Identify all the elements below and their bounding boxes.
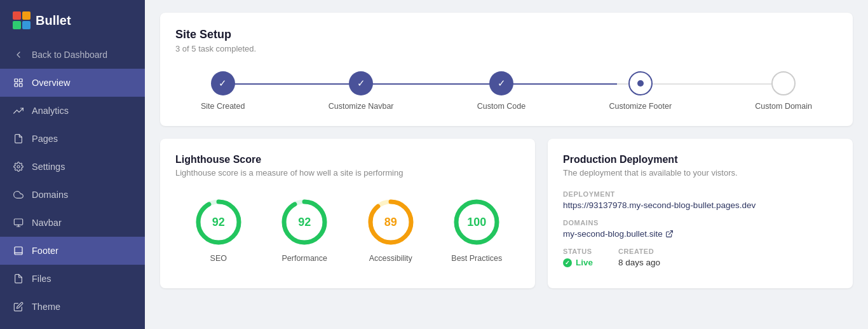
score-best-practices-value: 100 (467, 216, 486, 229)
sidebar-item-navbar-label: Navbar (32, 218, 62, 228)
step-custom-code: ✓ Custom Code (477, 71, 526, 111)
sidebar-item-domains[interactable]: Domains (0, 181, 145, 209)
step-5-circle (771, 71, 796, 95)
sidebar-item-domains-label: Domains (32, 190, 68, 200)
sidebar-item-settings-label: Settings (32, 162, 65, 172)
bottom-row: Lighthouse Score Lighthouse score is a m… (160, 139, 853, 288)
score-performance-circle: 92 (279, 197, 330, 248)
score-performance-label: Performance (281, 254, 327, 263)
domains-section: DOMAINS my-second-blog.bullet.site (563, 219, 837, 239)
files-icon (13, 273, 24, 284)
status-label: STATUS (563, 248, 593, 255)
step-2-label: Customize Navbar (329, 102, 394, 111)
deployment-url: https://93137978.my-second-blog-bullet.p… (563, 200, 837, 210)
svg-rect-2 (13, 21, 21, 29)
lighthouse-subtitle: Lighthouse score is a measure of how wel… (175, 168, 520, 178)
production-card: Production Deployment The deployment tha… (548, 139, 853, 288)
cloud-icon (13, 189, 24, 200)
sidebar-nav: Back to Dashboard Overview Analytics Pag… (0, 41, 145, 329)
score-accessibility-value: 89 (384, 216, 397, 229)
step-3-circle: ✓ (489, 71, 513, 95)
step-3-label: Custom Code (477, 102, 526, 111)
score-seo: 92 SEO (193, 197, 244, 263)
sidebar-item-analytics[interactable]: Analytics (0, 97, 145, 125)
sidebar-item-back-label: Back to Dashboard (32, 50, 107, 60)
svg-point-8 (17, 165, 20, 168)
score-performance-value: 92 (298, 216, 311, 229)
sidebar-item-back[interactable]: Back to Dashboard (0, 41, 145, 69)
score-seo-label: SEO (210, 254, 227, 263)
step-1-label: Site Created (201, 102, 245, 111)
svg-rect-0 (13, 11, 21, 20)
status-dot (563, 258, 572, 267)
score-best-practices-label: Best Practices (451, 254, 502, 263)
status-badge: Live (563, 258, 593, 267)
step-customize-navbar: ✓ Customize Navbar (329, 71, 394, 111)
svg-line-22 (668, 231, 672, 235)
svg-rect-5 (19, 79, 22, 82)
sidebar: Bullet Back to Dashboard Overview Analyt… (0, 0, 145, 329)
sidebar-item-footer[interactable]: Footer (0, 237, 145, 265)
sidebar-item-theme[interactable]: Theme (0, 293, 145, 321)
settings-icon (13, 161, 24, 172)
sidebar-item-files[interactable]: Files (0, 265, 145, 293)
step-1-circle: ✓ (211, 71, 235, 95)
score-accessibility-label: Accessibility (369, 254, 412, 263)
score-accessibility-circle: 89 (365, 197, 416, 248)
sidebar-item-overview[interactable]: Overview (0, 69, 145, 97)
svg-rect-6 (15, 83, 18, 87)
sidebar-item-settings[interactable]: Settings (0, 153, 145, 181)
sidebar-item-code[interactable]: Code (0, 321, 145, 329)
status-created-row: STATUS Live CREATED 8 days ago (563, 248, 837, 267)
main-content: Site Setup 3 of 5 task completed. ✓ Site… (145, 0, 868, 329)
score-best-practices-circle: 100 (451, 197, 502, 248)
sidebar-item-files-label: Files (32, 274, 51, 284)
deployment-section: DEPLOYMENT https://93137978.my-second-bl… (563, 190, 837, 210)
deployment-label: DEPLOYMENT (563, 190, 837, 198)
svg-rect-1 (22, 11, 31, 20)
progress-line-filled (226, 83, 617, 85)
score-performance: 92 Performance (279, 197, 330, 263)
trending-up-icon (13, 105, 24, 116)
svg-rect-3 (22, 21, 31, 29)
sidebar-item-navbar[interactable]: Navbar (0, 209, 145, 237)
score-seo-circle: 92 (193, 197, 244, 248)
production-title: Production Deployment (563, 154, 837, 165)
logo-text: Bullet (36, 13, 71, 28)
step-customize-footer: Customize Footer (609, 71, 672, 111)
setup-title: Site Setup (175, 28, 837, 41)
scores-row: 92 SEO 92 Performance (175, 190, 520, 273)
lighthouse-card: Lighthouse Score Lighthouse score is a m… (160, 139, 535, 288)
monitor-icon (13, 217, 24, 228)
status-value: Live (576, 258, 593, 267)
file-icon (13, 133, 24, 144)
score-seo-value: 92 (212, 216, 225, 229)
step-4-circle (628, 71, 653, 95)
external-link-icon (665, 230, 674, 238)
sidebar-item-analytics-label: Analytics (32, 106, 69, 116)
svg-rect-4 (15, 79, 18, 82)
lighthouse-title: Lighthouse Score (175, 154, 520, 165)
score-accessibility: 89 Accessibility (365, 197, 416, 263)
sidebar-item-footer-label: Footer (32, 246, 58, 256)
logo-area: Bullet (0, 0, 145, 41)
step-site-created: ✓ Site Created (201, 71, 245, 111)
production-subtitle: The deployment that is available to your… (563, 168, 837, 178)
progress-track: ✓ Site Created ✓ Customize Navbar ✓ Cust… (175, 71, 837, 111)
score-best-practices: 100 Best Practices (451, 197, 502, 263)
step-5-label: Custom Domain (755, 102, 812, 111)
domains-label: DOMAINS (563, 219, 837, 227)
created-label: CREATED (618, 248, 660, 255)
created-value: 8 days ago (618, 258, 660, 267)
domain-link[interactable]: my-second-blog.bullet.site (563, 229, 837, 239)
sidebar-item-pages-label: Pages (32, 134, 58, 144)
arrow-left-icon (13, 49, 24, 60)
domain-value[interactable]: my-second-blog.bullet.site (563, 229, 837, 239)
bullet-logo-icon (13, 11, 31, 29)
status-section: STATUS Live (563, 248, 593, 267)
sidebar-item-pages[interactable]: Pages (0, 125, 145, 153)
svg-rect-7 (19, 83, 22, 87)
created-section: CREATED 8 days ago (618, 248, 660, 267)
svg-rect-9 (14, 219, 22, 225)
svg-rect-12 (15, 247, 22, 255)
